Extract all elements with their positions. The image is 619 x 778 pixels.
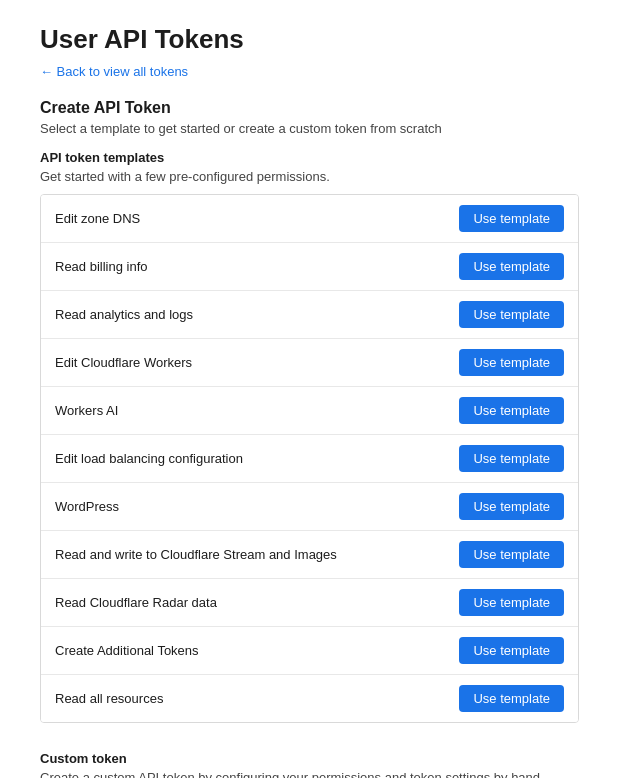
use-template-button[interactable]: Use template	[459, 301, 564, 328]
template-name: Read analytics and logs	[55, 307, 193, 322]
template-row: Read analytics and logsUse template	[41, 291, 578, 339]
use-template-button[interactable]: Use template	[459, 349, 564, 376]
template-row: Workers AIUse template	[41, 387, 578, 435]
template-name: Read billing info	[55, 259, 148, 274]
templates-table: Edit zone DNSUse templateRead billing in…	[40, 194, 579, 723]
custom-token-section: Custom token Create a custom API token b…	[40, 751, 579, 778]
template-row: Edit load balancing configurationUse tem…	[41, 435, 578, 483]
template-row: Read all resourcesUse template	[41, 675, 578, 722]
template-name: Edit load balancing configuration	[55, 451, 243, 466]
use-template-button[interactable]: Use template	[459, 637, 564, 664]
create-section-title: Create API Token	[40, 99, 579, 117]
template-row: Create Additional TokensUse template	[41, 627, 578, 675]
template-name: Read Cloudflare Radar data	[55, 595, 217, 610]
template-row: Edit zone DNSUse template	[41, 195, 578, 243]
template-name: Edit Cloudflare Workers	[55, 355, 192, 370]
use-template-button[interactable]: Use template	[459, 253, 564, 280]
template-row: WordPressUse template	[41, 483, 578, 531]
use-template-button[interactable]: Use template	[459, 589, 564, 616]
use-template-button[interactable]: Use template	[459, 397, 564, 424]
templates-section-desc: Get started with a few pre-configured pe…	[40, 169, 579, 184]
template-name: Workers AI	[55, 403, 118, 418]
template-row: Edit Cloudflare WorkersUse template	[41, 339, 578, 387]
template-row: Read Cloudflare Radar dataUse template	[41, 579, 578, 627]
create-section-desc: Select a template to get started or crea…	[40, 121, 579, 136]
template-name: Edit zone DNS	[55, 211, 140, 226]
template-name: Read all resources	[55, 691, 163, 706]
templates-section-title: API token templates	[40, 150, 579, 165]
use-template-button[interactable]: Use template	[459, 685, 564, 712]
template-name: Create Additional Tokens	[55, 643, 199, 658]
custom-token-title: Custom token	[40, 751, 579, 766]
page-title: User API Tokens	[40, 24, 579, 55]
template-row: Read and write to Cloudflare Stream and …	[41, 531, 578, 579]
custom-token-desc: Create a custom API token by configuring…	[40, 770, 579, 778]
template-name: Read and write to Cloudflare Stream and …	[55, 547, 337, 562]
use-template-button[interactable]: Use template	[459, 541, 564, 568]
back-link[interactable]: ← Back to view all tokens	[40, 64, 188, 79]
use-template-button[interactable]: Use template	[459, 205, 564, 232]
template-row: Read billing infoUse template	[41, 243, 578, 291]
use-template-button[interactable]: Use template	[459, 493, 564, 520]
template-name: WordPress	[55, 499, 119, 514]
use-template-button[interactable]: Use template	[459, 445, 564, 472]
